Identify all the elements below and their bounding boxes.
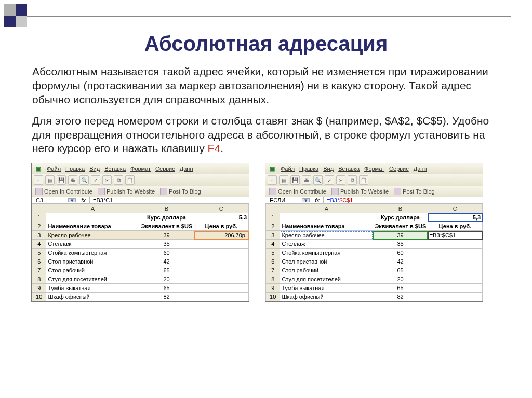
save-icon[interactable]: 💾 [290,175,300,185]
page-title: Абсолютная адресация [0,32,532,56]
menu-bar: ▣ Файл Правка Вид Вставка Формат Сервис … [32,163,249,174]
standard-toolbar: ▫ ▤ 💾 🖶 🔍 ✓ ✂ ⧉ 📋 [265,174,483,186]
name-box[interactable]: ЕСЛИ▾ [265,197,311,203]
new-icon[interactable]: ▫ [34,175,43,185]
col-c[interactable]: C [428,204,482,213]
open-icon[interactable]: ▤ [279,175,288,185]
menu-edit[interactable]: Правка [299,166,318,172]
blog-icon [394,188,401,195]
ref-cell-c1[interactable]: 5,3 [428,213,482,222]
copy-icon[interactable]: ⧉ [348,175,357,185]
menu-edit[interactable]: Правка [65,166,85,172]
open-in-contribute[interactable]: Open In Contribute [34,187,94,196]
col-a[interactable]: A [46,204,139,213]
print-icon[interactable]: 🖶 [68,175,77,185]
contribute-icon [269,188,276,195]
open-icon[interactable]: ▤ [45,175,55,185]
key-f4: F4 [208,142,221,154]
formula-input[interactable]: =B3*$C$1 [324,197,483,203]
menu-insert[interactable]: Вставка [338,166,360,172]
paragraph-1: Абсолютным называется такой адрес ячейки… [32,65,508,107]
publish-icon [331,188,339,195]
ref-cell-b3[interactable]: 39 [373,231,428,240]
menu-data[interactable]: Данн [414,166,427,172]
paste-icon[interactable]: 📋 [125,175,135,185]
col-b[interactable]: B [373,204,428,213]
excel-screenshot-right: ▣ Файл Правка Вид Вставка Формат Сервис … [265,163,483,302]
copy-icon[interactable]: ⧉ [114,175,123,185]
post-to-blog[interactable]: Post To Blog [392,187,436,196]
paragraph-2: Для этого перед номером строки и столбца… [32,114,508,156]
post-to-blog[interactable]: Post To Blog [158,187,203,196]
contribute-icon [35,188,43,195]
spreadsheet-grid[interactable]: ABC 1Курс доллара5,3 2Наименование товар… [32,204,249,301]
fx-label: fx [77,197,90,203]
divider [27,16,511,17]
paste-icon[interactable]: 📋 [359,175,368,185]
contribute-toolbar: Open In Contribute Publish To Website Po… [265,186,483,197]
menu-view[interactable]: Вид [89,166,100,172]
menu-tools[interactable]: Сервис [155,166,175,172]
col-c[interactable]: C [194,204,248,213]
chevron-down-icon[interactable]: ▾ [68,198,76,202]
save-icon[interactable]: 💾 [57,175,66,185]
menu-file[interactable]: Файл [47,166,61,172]
name-box[interactable]: C3▾ [32,197,77,203]
app-icon: ▣ [35,165,42,172]
chevron-down-icon[interactable]: ▾ [302,198,310,202]
blog-icon [160,188,167,195]
spreadsheet-grid[interactable]: ABC 1Курс доллара5,3 2Наименование товар… [265,204,483,301]
publish-icon [98,188,105,195]
preview-icon[interactable]: 🔍 [313,175,323,185]
active-cell[interactable]: =B3*$C$1 [428,231,482,240]
menu-view[interactable]: Вид [323,166,334,172]
cut-icon[interactable]: ✂ [336,175,345,185]
paragraph-2-text: Для этого перед номером строки и столбца… [32,115,489,155]
formula-bar: C3▾ fx =B3*C1 [32,197,249,204]
menu-tools[interactable]: Сервис [389,166,409,172]
standard-toolbar: ▫ ▤ 💾 🖶 🔍 ✓ ✂ ⧉ 📋 [32,174,249,186]
menu-data[interactable]: Данн [180,166,193,172]
spell-icon[interactable]: ✓ [91,175,100,185]
menu-file[interactable]: Файл [281,166,295,172]
print-icon[interactable]: 🖶 [302,175,311,185]
spell-icon[interactable]: ✓ [325,175,334,185]
formula-bar: ЕСЛИ▾ fx =B3*$C$1 [265,197,483,204]
formula-input[interactable]: =B3*C1 [90,197,249,203]
col-a[interactable]: A [280,204,373,213]
menu-bar: ▣ Файл Правка Вид Вставка Формат Сервис … [265,163,483,174]
col-b[interactable]: B [139,204,194,213]
publish-to-website[interactable]: Publish To Website [96,187,156,196]
publish-to-website[interactable]: Publish To Website [330,187,390,196]
cut-icon[interactable]: ✂ [102,175,112,185]
menu-format[interactable]: Формат [130,166,151,172]
new-icon[interactable]: ▫ [268,175,277,185]
active-cell[interactable]: 206,70р. [194,231,248,240]
fx-label: fx [311,197,324,203]
app-icon: ▣ [269,165,276,172]
preview-icon[interactable]: 🔍 [79,175,89,185]
menu-format[interactable]: Формат [364,166,384,172]
open-in-contribute[interactable]: Open In Contribute [268,187,328,196]
excel-screenshot-left: ▣ Файл Правка Вид Вставка Формат Сервис … [31,163,249,302]
menu-insert[interactable]: Вставка [104,166,126,172]
contribute-toolbar: Open In Contribute Publish To Website Po… [32,186,249,197]
